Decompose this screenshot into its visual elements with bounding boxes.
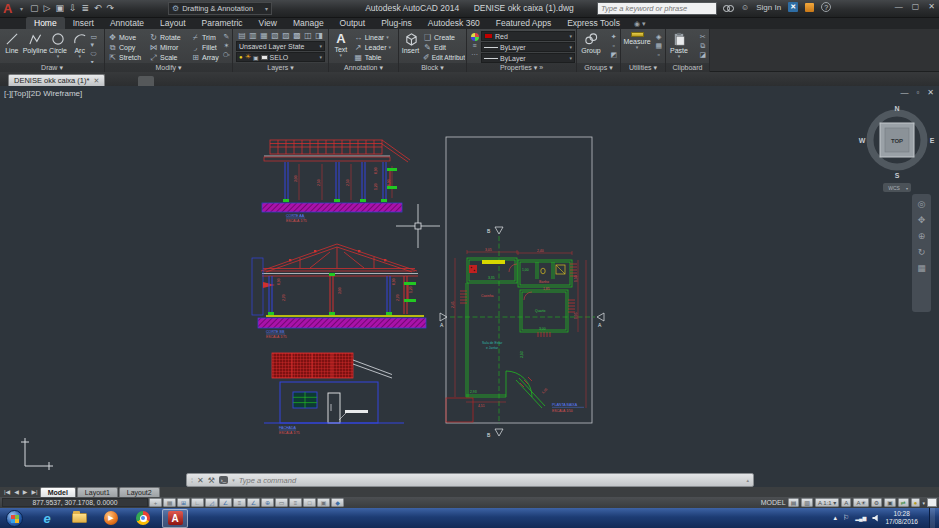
ungroup-icon[interactable]: ✦: [611, 33, 617, 41]
wcs-dropdown[interactable]: WCS: [888, 185, 900, 191]
new-tab-button[interactable]: [138, 76, 154, 86]
scale-button[interactable]: ⤢Scale: [147, 52, 189, 62]
linetype-dropdown[interactable]: ByLayer▾: [481, 53, 575, 63]
ellipse-tool-icon[interactable]: ⬭ ▾: [91, 50, 101, 63]
taskbar-clock[interactable]: 10:28 17/08/2016: [885, 510, 918, 526]
tab-manage[interactable]: Manage: [285, 17, 332, 29]
draw-panel-label[interactable]: Draw ▾: [0, 63, 104, 72]
isolate-objects-icon[interactable]: ●: [911, 498, 921, 507]
layer-color-swatch[interactable]: [261, 55, 268, 60]
command-line[interactable]: ⁞ ✕ ⚒ ›_ ▾ ▴: [186, 473, 754, 487]
hardware-accel-icon[interactable]: ⇄: [898, 498, 909, 507]
quick-properties-button[interactable]: ▣: [317, 498, 330, 507]
showmotion-icon[interactable]: ▦: [917, 264, 926, 273]
status-menu-caret-icon[interactable]: ▾: [922, 500, 925, 506]
taskbar-media-player-icon[interactable]: ▶: [98, 509, 124, 527]
match-properties-icon[interactable]: [471, 33, 479, 41]
tab-view[interactable]: View: [251, 17, 285, 29]
model-space-button[interactable]: MODEL: [761, 499, 786, 506]
tab-first-icon[interactable]: |◀: [4, 488, 10, 497]
layer-unlock-icon[interactable]: ▣: [253, 54, 259, 61]
lineweight-list-icon[interactable]: ≡: [472, 42, 476, 50]
minimize-button[interactable]: —: [895, 2, 903, 11]
linetype-list-icon[interactable]: ⋯: [471, 51, 478, 59]
transparency-button[interactable]: □: [303, 498, 316, 507]
line-button[interactable]: Line: [1, 30, 23, 63]
help-search-box[interactable]: [597, 2, 717, 15]
group-bounding-icon[interactable]: ◩: [610, 51, 617, 59]
fillet-button[interactable]: ◞Fillet: [189, 42, 222, 52]
command-input[interactable]: [239, 476, 743, 485]
insert-block-button[interactable]: Insert: [400, 30, 421, 63]
layer-match-icon[interactable]: ▩: [293, 31, 302, 40]
close-button[interactable]: ✕: [928, 2, 935, 11]
rectangle-tool-icon[interactable]: ▭ ▾: [91, 33, 101, 49]
tab-layout[interactable]: Layout: [152, 17, 194, 29]
cut-icon[interactable]: ✂: [700, 33, 706, 41]
dynamic-input-button[interactable]: ▭: [275, 498, 288, 507]
layers-panel-label[interactable]: Layers ▾: [233, 63, 328, 72]
quick-view-layouts-icon[interactable]: ▤: [788, 498, 800, 507]
polyline-button[interactable]: Polyline: [23, 30, 48, 63]
infer-constraints-button[interactable]: +: [149, 498, 162, 507]
annotation-panel-label[interactable]: Annotation ▾: [329, 63, 398, 72]
viewcube-east[interactable]: E: [930, 137, 935, 144]
sign-in-button[interactable]: Sign In: [756, 3, 781, 12]
ribbon-options-icon[interactable]: ◉ ▾: [634, 20, 646, 29]
groups-panel-label[interactable]: Groups ▾: [577, 63, 620, 72]
toolbar-lock-icon[interactable]: ▣: [884, 498, 896, 507]
measure-button[interactable]: Measure ▾: [622, 30, 652, 63]
taskbar-explorer-icon[interactable]: [66, 509, 92, 527]
volume-icon[interactable]: [872, 515, 879, 522]
command-recent-caret-icon[interactable]: ▾: [232, 477, 235, 483]
model-tab[interactable]: Model: [40, 487, 76, 497]
command-customize-icon[interactable]: ⚒: [208, 476, 215, 485]
restore-button[interactable]: ▢: [912, 2, 920, 11]
file-tab-active[interactable]: DENISE okk caixa (1)* ✕: [8, 74, 105, 86]
table-button[interactable]: ▦Table: [352, 52, 397, 62]
create-block-button[interactable]: ❑Create: [421, 32, 465, 42]
layer-lock-icon[interactable]: ▨: [282, 31, 291, 40]
object-color-dropdown[interactable]: Red▾: [481, 31, 575, 41]
group-button[interactable]: Group: [578, 30, 604, 63]
tab-parametric[interactable]: Parametric: [194, 17, 251, 29]
polar-tracking-button[interactable]: ◿: [205, 498, 218, 507]
show-desktop-button[interactable]: [929, 508, 935, 528]
layer-dropdown[interactable]: ● ☀ ▣ SELO ▾: [236, 52, 325, 62]
tab-next-icon[interactable]: ▶: [23, 488, 28, 497]
leader-button[interactable]: ↗Leader▾: [352, 42, 397, 52]
group-edit-icon[interactable]: ▫: [612, 42, 614, 50]
model-space-canvas[interactable]: [-][Top][2D Wireframe] — ▫ ✕: [0, 86, 939, 473]
viewcube-north[interactable]: N: [894, 105, 899, 112]
annotation-scale-dropdown[interactable]: A 1:1 ▾: [815, 498, 839, 507]
snap-mode-button[interactable]: ▦: [163, 498, 176, 507]
action-center-flag-icon[interactable]: ⚐: [843, 514, 849, 522]
exchange-apps-icon[interactable]: ✕: [788, 2, 798, 12]
layer-state-dropdown[interactable]: Unsaved Layer State▾: [236, 41, 325, 51]
tab-prev-icon[interactable]: ◀: [14, 488, 19, 497]
3d-object-snap-button[interactable]: ≡: [233, 498, 246, 507]
stretch-button[interactable]: ⇱Stretch: [106, 52, 147, 62]
help-search-input[interactable]: [598, 4, 716, 13]
block-panel-label[interactable]: Block ▾: [399, 63, 466, 72]
tab-autodesk360[interactable]: Autodesk 360: [420, 17, 488, 29]
object-snap-tracking-button[interactable]: ∠: [247, 498, 260, 507]
search-binoculars-icon[interactable]: [723, 5, 734, 10]
layer-properties-icon[interactable]: ▤: [238, 31, 247, 40]
workspace-switch-icon[interactable]: ⚙: [871, 498, 882, 507]
move-button[interactable]: ✥Move: [106, 32, 147, 42]
text-button[interactable]: A Text ▾: [330, 30, 352, 63]
layer-prev-icon[interactable]: ◫: [304, 31, 313, 40]
quick-select-icon[interactable]: ◈: [656, 33, 661, 41]
tab-plugins[interactable]: Plug-ins: [373, 17, 420, 29]
offset-icon[interactable]: ⧂: [223, 51, 230, 59]
quick-view-drawings-icon[interactable]: ▥: [801, 498, 813, 507]
properties-panel-label[interactable]: Properties ▾ »: [467, 63, 576, 72]
lineweight-dropdown[interactable]: ByLayer▾: [481, 42, 575, 52]
lineweight-display-button[interactable]: ≡: [289, 498, 302, 507]
tab-last-icon[interactable]: ▶|: [31, 488, 37, 497]
clean-screen-button[interactable]: [927, 498, 937, 507]
taskbar-chrome-icon[interactable]: [130, 509, 156, 527]
utilities-panel-label[interactable]: Utilities ▾: [621, 63, 665, 72]
viewcube[interactable]: TOP N S W E WCS ▾: [859, 105, 935, 192]
